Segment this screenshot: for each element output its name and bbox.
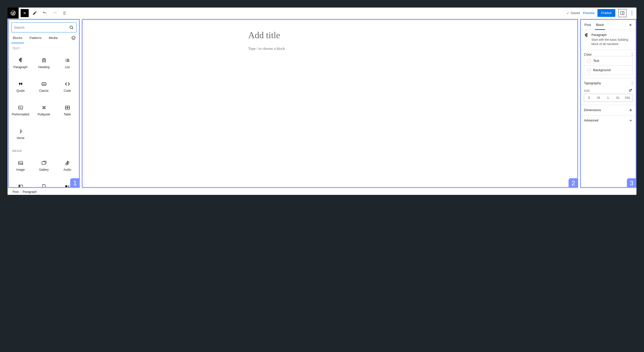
color-text-button[interactable]: Text <box>584 56 633 66</box>
block-item-label: Verse <box>17 136 24 140</box>
image-icon <box>18 160 23 166</box>
block-search-input[interactable] <box>11 22 76 32</box>
block-item-label: Gallery <box>39 168 49 171</box>
size-button-xl[interactable]: XL <box>613 94 623 102</box>
redo-button[interactable] <box>51 9 59 17</box>
svg-point-16 <box>632 55 632 56</box>
panel-number-1: 1 <box>70 178 80 188</box>
svg-point-18 <box>632 83 632 83</box>
svg-point-19 <box>632 84 632 84</box>
typography-section-title: Typography <box>584 81 601 85</box>
svg-point-2 <box>631 13 632 13</box>
size-button-l[interactable]: L <box>603 94 613 102</box>
size-button-m[interactable]: M <box>594 94 603 102</box>
color-background-button[interactable]: Background <box>584 65 633 75</box>
publish-button[interactable]: Publish <box>597 9 615 17</box>
tab-blocks[interactable]: Blocks <box>9 32 26 43</box>
block-inserter-panel: Blocks Patterns Media TextParagraphHeadi… <box>8 19 80 188</box>
block-item-gallery[interactable]: Gallery <box>32 154 56 178</box>
tab-patterns[interactable]: Patterns <box>26 32 45 43</box>
block-name: Paragraph <box>591 33 633 37</box>
block-item-list[interactable]: List <box>56 51 79 75</box>
advanced-section-title[interactable]: Advanced <box>584 118 598 122</box>
block-item-label: Preformatted <box>12 113 29 116</box>
editor-canvas[interactable]: Add title Type / to choose a block 2 <box>82 19 578 188</box>
block-category-label: Media <box>9 146 79 154</box>
block-item-cover[interactable]: Cover <box>9 178 32 187</box>
size-custom-toggle-icon[interactable] <box>629 88 633 92</box>
audio-icon <box>65 160 70 166</box>
block-item-label: Heading <box>38 65 50 69</box>
block-item-file[interactable]: File <box>32 178 56 187</box>
block-item-paragraph[interactable]: Paragraph <box>9 51 32 75</box>
close-settings-button[interactable] <box>626 21 635 29</box>
undo-button[interactable] <box>41 9 49 17</box>
search-icon <box>69 25 74 30</box>
document-overview-button[interactable] <box>61 9 69 17</box>
block-item-code[interactable]: Code <box>56 75 79 99</box>
svg-point-3 <box>631 14 632 15</box>
block-item-label: Audio <box>63 168 71 171</box>
panel-number-2: 2 <box>569 178 578 188</box>
block-item-label: Pullquote <box>37 113 50 116</box>
svg-point-4 <box>70 26 73 29</box>
typography-options-icon[interactable] <box>632 81 633 85</box>
color-section-title: Color <box>584 53 592 56</box>
block-item-classic[interactable]: Classic <box>32 75 56 99</box>
verse-icon <box>18 128 23 134</box>
size-button-s[interactable]: S <box>584 94 594 102</box>
dimensions-section-title[interactable]: Dimensions <box>584 108 601 112</box>
block-item-table[interactable]: Table <box>56 99 79 122</box>
svg-point-15 <box>632 54 632 55</box>
empty-swatch-icon <box>587 59 591 63</box>
size-button-xxl[interactable]: XXL <box>623 94 632 102</box>
svg-point-21 <box>629 91 630 91</box>
settings-tab-block[interactable]: Block <box>593 20 607 30</box>
chevron-down-icon[interactable] <box>629 118 633 122</box>
block-item-image[interactable]: Image <box>9 154 32 178</box>
block-item-label: Classic <box>39 89 49 93</box>
explore-patterns-icon[interactable] <box>68 33 78 43</box>
svg-rect-6 <box>18 106 23 109</box>
wordpress-logo[interactable] <box>8 8 19 19</box>
file-icon <box>41 184 47 187</box>
block-item-quote[interactable]: Quote <box>9 75 32 99</box>
breadcrumb-item[interactable]: Paragraph <box>23 190 37 194</box>
block-item-label: Quote <box>16 89 25 93</box>
options-button[interactable] <box>629 11 634 15</box>
block-item-heading[interactable]: Heading <box>32 51 56 75</box>
top-toolbar: Saved Preview Publish <box>8 8 636 19</box>
svg-rect-9 <box>42 162 45 164</box>
quote-icon <box>18 81 23 87</box>
tab-media[interactable]: Media <box>45 32 61 43</box>
svg-rect-10 <box>18 185 23 187</box>
block-item-label: Image <box>16 168 25 171</box>
svg-rect-0 <box>621 12 624 15</box>
block-item-label: Paragraph <box>13 65 27 69</box>
block-item-label: Table <box>64 113 71 116</box>
paragraph-icon <box>18 57 23 63</box>
preview-button[interactable]: Preview <box>583 11 594 15</box>
code-icon <box>65 81 70 87</box>
settings-panel-toggle[interactable] <box>618 9 626 17</box>
svg-point-14 <box>632 53 632 53</box>
breadcrumb-item[interactable]: Post <box>13 190 19 194</box>
cover-icon <box>18 184 23 187</box>
toggle-inserter-button[interactable] <box>21 9 29 17</box>
block-item-preformatted[interactable]: Preformatted <box>9 99 32 122</box>
settings-tab-post[interactable]: Post <box>582 20 593 30</box>
color-options-icon[interactable] <box>632 53 633 56</box>
preformatted-icon <box>18 105 23 111</box>
block-item-audio[interactable]: Audio <box>56 154 79 178</box>
plus-icon[interactable] <box>629 108 633 112</box>
post-title-input[interactable]: Add title <box>248 30 412 40</box>
block-item-verse[interactable]: Verse <box>9 122 32 146</box>
paragraph-block-placeholder[interactable]: Type / to choose a block <box>248 47 412 51</box>
svg-point-17 <box>632 81 632 82</box>
tools-button[interactable] <box>31 9 39 17</box>
settings-panel: Post Block Paragraph Start with the basi… <box>580 19 636 188</box>
list-icon <box>65 57 70 63</box>
saved-status: Saved <box>566 11 580 15</box>
block-item-pullquote[interactable]: Pullquote <box>32 99 56 122</box>
classic-icon <box>41 81 47 87</box>
